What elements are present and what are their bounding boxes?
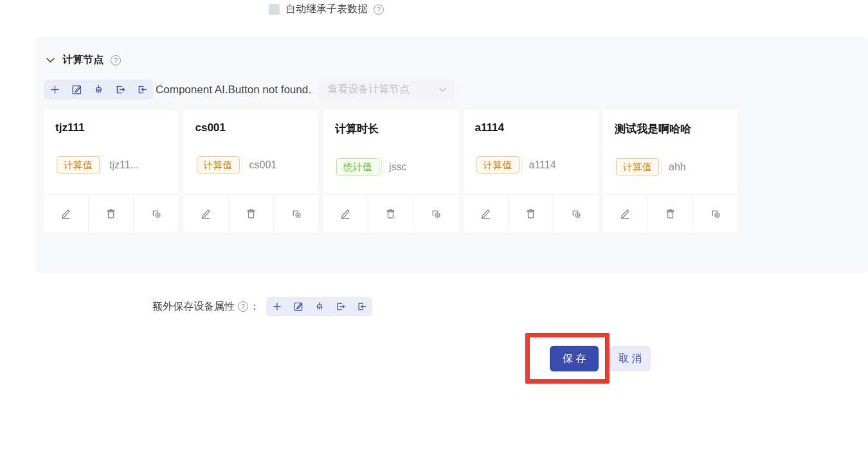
delete-node-button[interactable] (368, 195, 413, 232)
help-icon[interactable]: ? (374, 4, 384, 15)
section-title: 计算节点 (62, 53, 104, 67)
card-value: ahh (669, 161, 686, 173)
chevron-down-icon (439, 87, 447, 93)
edit-node-button[interactable] (603, 195, 647, 232)
card-tag-row: 统计值 jssc (336, 157, 446, 176)
compute-node-card: 测试我是啊哈哈 计算值 ahh (603, 110, 737, 232)
delete-node-button[interactable] (88, 195, 133, 232)
compute-node-card: a1114 计算值 a1114 (464, 110, 598, 232)
edit-button[interactable] (287, 297, 309, 316)
edit-node-button[interactable] (184, 195, 228, 232)
edit-node-button[interactable] (464, 195, 508, 232)
add-button[interactable] (44, 80, 66, 100)
help-icon[interactable]: ? (111, 55, 121, 66)
card-value: tjz11... (109, 159, 139, 171)
inherit-subtable-row: 自动继承子表数据 ? (269, 3, 384, 16)
divider (381, 157, 382, 176)
add-child-node-button[interactable] (273, 195, 318, 232)
card-body: cs001 计算值 cs001 (184, 110, 318, 194)
card-footer (464, 194, 598, 232)
add-button[interactable] (266, 297, 287, 316)
clear-button[interactable] (309, 297, 330, 316)
inherit-subtable-label: 自动继承子表数据 (285, 3, 368, 16)
divider (661, 157, 662, 176)
delete-node-button[interactable] (508, 195, 553, 232)
extra-attributes-text: 额外保存设备属性 (152, 300, 235, 314)
cancel-button[interactable]: 取 消 (610, 346, 651, 371)
value-type-tag: 计算值 (616, 158, 659, 175)
view-device-nodes-dropdown[interactable]: 查看设备计算节点 (318, 80, 455, 100)
card-footer (323, 194, 458, 232)
value-type-tag: 统计值 (336, 158, 379, 175)
chevron-down-icon[interactable] (46, 57, 55, 64)
page: 自动继承子表数据 ? 计算节点 ? (0, 0, 868, 455)
clear-button[interactable] (87, 80, 109, 100)
add-child-node-button[interactable] (553, 195, 598, 232)
card-title: 计算时长 (335, 121, 446, 136)
node-toolbar-row: Component AI.Button not found. 查看设备计算节点 (44, 80, 868, 100)
value-type-tag: 计算值 (57, 156, 100, 174)
add-child-node-button[interactable] (413, 195, 458, 232)
card-title: 测试我是啊哈哈 (615, 121, 726, 136)
add-child-node-button[interactable] (133, 195, 178, 232)
inherit-subtable-checkbox[interactable] (269, 4, 280, 15)
card-value: cs001 (249, 159, 277, 171)
edit-node-button[interactable] (44, 195, 88, 232)
help-icon[interactable]: ? (238, 301, 248, 312)
divider (242, 156, 242, 174)
import-button[interactable] (131, 80, 153, 100)
extra-attributes-row: 额外保存设备属性 ? ： (152, 297, 372, 316)
card-body: a1114 计算值 a1114 (464, 110, 598, 194)
extra-attributes-label: 额外保存设备属性 ? (152, 300, 248, 314)
card-tag-row: 计算值 tjz11... (57, 156, 167, 174)
card-body: 测试我是啊哈哈 计算值 ahh (603, 110, 737, 194)
section-header: 计算节点 ? (35, 37, 868, 67)
card-tag-row: 计算值 ahh (616, 157, 726, 176)
card-footer (44, 194, 178, 232)
export-button[interactable] (109, 80, 131, 100)
card-title: cs001 (195, 121, 307, 134)
card-tag-row: 计算值 a1114 (476, 156, 586, 174)
compute-node-card: cs001 计算值 cs001 (184, 110, 318, 232)
compute-node-card: tjz111 计算值 tjz11... (44, 110, 178, 232)
card-footer (184, 194, 318, 232)
import-button[interactable] (351, 297, 372, 316)
card-body: tjz111 计算值 tjz11... (44, 110, 178, 194)
edit-node-button[interactable] (323, 195, 368, 232)
add-child-node-button[interactable] (692, 195, 737, 232)
export-button[interactable] (330, 297, 351, 316)
card-value: a1114 (529, 159, 556, 171)
compute-node-cards: tjz111 计算值 tjz11... (44, 110, 868, 232)
compute-node-card: 计算时长 统计值 jssc (323, 110, 458, 232)
card-title: a1114 (475, 121, 586, 134)
card-body: 计算时长 统计值 jssc (323, 110, 458, 194)
card-title: tjz111 (55, 121, 167, 134)
delete-node-button[interactable] (228, 195, 273, 232)
save-button[interactable]: 保 存 (550, 346, 599, 371)
colon: ： (249, 300, 260, 314)
divider (102, 156, 102, 174)
dropdown-placeholder: 查看设备计算节点 (327, 83, 439, 96)
edit-button[interactable] (66, 80, 87, 100)
card-footer (603, 194, 737, 232)
card-value: jssc (389, 161, 407, 173)
component-error-text: Component AI.Button not found. (156, 84, 311, 96)
value-type-tag: 计算值 (476, 156, 520, 174)
node-toolbar (44, 80, 153, 100)
value-type-tag: 计算值 (197, 156, 240, 174)
card-tag-row: 计算值 cs001 (197, 156, 307, 174)
divider (521, 156, 522, 174)
delete-node-button[interactable] (647, 195, 692, 232)
extra-attributes-toolbar (266, 297, 372, 316)
compute-nodes-section: 计算节点 ? (35, 37, 868, 273)
